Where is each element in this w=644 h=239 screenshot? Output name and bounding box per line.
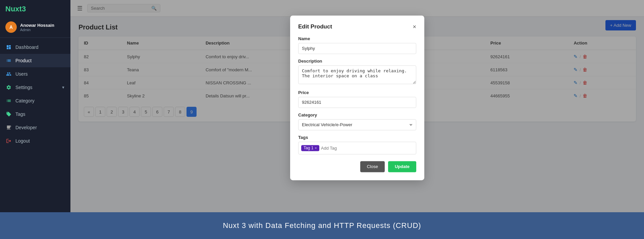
- tags-field-group: Tags Tag 1 ×: [298, 135, 416, 154]
- footer-text: Nuxt 3 with Data Fetching and HTTP Reque…: [223, 221, 421, 230]
- modal-title: Edit Product: [298, 23, 332, 30]
- tag-chip-label: Tag 1: [304, 146, 313, 150]
- sidebar: Nuxt3 A Anowar Hossain Admin Dashboard P…: [0, 0, 70, 212]
- dashboard-icon: [5, 44, 12, 51]
- app-logo: Nuxt3: [0, 0, 70, 18]
- price-label: Price: [298, 90, 416, 95]
- product-icon: [5, 57, 12, 64]
- description-field-group: Description: [298, 59, 416, 85]
- tags-label: Tags: [298, 135, 416, 140]
- tag-chip: Tag 1 ×: [301, 145, 319, 151]
- sidebar-item-label: Category: [15, 98, 35, 103]
- update-button[interactable]: Update: [388, 161, 416, 172]
- tag-chip-remove[interactable]: ×: [315, 146, 317, 150]
- sidebar-item-label: Logout: [15, 138, 30, 144]
- sidebar-item-developer[interactable]: Developer: [0, 121, 70, 134]
- footer-banner: Nuxt 3 with Data Fetching and HTTP Reque…: [0, 212, 644, 239]
- sidebar-item-label: Developer: [15, 125, 37, 130]
- users-icon: [5, 71, 12, 77]
- sidebar-item-dashboard[interactable]: Dashboard: [0, 41, 70, 54]
- name-input[interactable]: [298, 43, 416, 54]
- sidebar-item-users[interactable]: Users: [0, 67, 70, 81]
- tags-input-wrapper: Tag 1 ×: [298, 142, 416, 154]
- sidebar-item-label: Tags: [15, 111, 25, 117]
- description-label: Description: [298, 59, 416, 64]
- sidebar-item-tags[interactable]: Tags: [0, 107, 70, 121]
- name-label: Name: [298, 36, 416, 41]
- developer-icon: [5, 124, 12, 131]
- user-name: Anowar Hossain: [20, 23, 54, 28]
- sidebar-item-settings[interactable]: Settings ▼: [0, 81, 70, 94]
- category-field-group: Category Electrical Vehicle/e-PowerCarSe…: [298, 112, 416, 130]
- modal-header: Edit Product ×: [298, 23, 416, 30]
- category-icon: [5, 97, 12, 104]
- sidebar-user: A Anowar Hossain Admin: [0, 18, 70, 38]
- description-input[interactable]: [298, 65, 416, 84]
- edit-product-modal: Edit Product × Name Description Price Ca…: [290, 15, 424, 180]
- name-field-group: Name: [298, 36, 416, 54]
- chevron-down-icon: ▼: [61, 85, 65, 89]
- modal-close-button[interactable]: ×: [413, 24, 416, 30]
- sidebar-item-category[interactable]: Category: [0, 94, 70, 107]
- add-tag-input[interactable]: [321, 146, 413, 151]
- sidebar-item-product[interactable]: Product: [0, 54, 70, 67]
- sidebar-item-label: Users: [15, 71, 28, 77]
- main-content: ☰ 🔍 Product List ID Name Description Cat…: [70, 0, 644, 212]
- sidebar-item-label: Settings: [15, 85, 33, 90]
- tags-icon: [5, 111, 12, 117]
- avatar: A: [5, 21, 17, 33]
- sidebar-item-label: Dashboard: [15, 45, 39, 50]
- logout-icon: [5, 138, 12, 144]
- settings-icon: [5, 84, 12, 91]
- sidebar-item-label: Product: [15, 58, 32, 63]
- close-modal-button[interactable]: Close: [360, 161, 385, 172]
- price-field-group: Price: [298, 90, 416, 108]
- sidebar-item-logout[interactable]: Logout: [0, 134, 70, 148]
- modal-footer: Close Update: [298, 161, 416, 172]
- category-select[interactable]: Electrical Vehicle/e-PowerCarSedanSUV: [298, 119, 416, 130]
- price-input[interactable]: [298, 97, 416, 108]
- user-role: Admin: [20, 28, 54, 32]
- sidebar-nav: Dashboard Product Users Settings ▼: [0, 41, 70, 212]
- category-label: Category: [298, 112, 416, 117]
